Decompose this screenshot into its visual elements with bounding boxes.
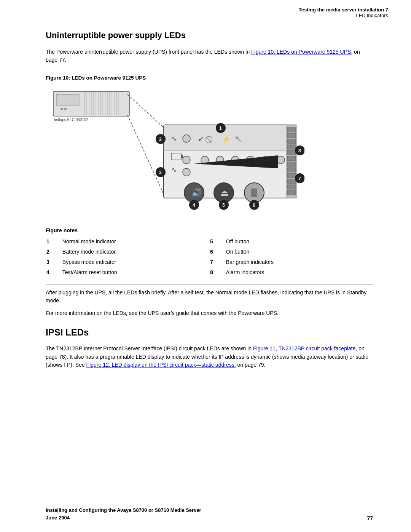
note-num-left: 2	[46, 247, 62, 257]
ipsi-para: The TN2312BP Internet Protocol Server In…	[46, 345, 373, 369]
svg-rect-47	[287, 145, 296, 149]
svg-text:1: 1	[219, 126, 222, 131]
figure-notes-title: Figure notes	[46, 227, 373, 233]
svg-rect-55	[287, 190, 296, 195]
svg-point-18	[61, 108, 63, 110]
svg-rect-49	[287, 156, 296, 161]
note-num-right: 5	[209, 236, 225, 247]
section1-intro-para: The Powerware uninterruptible power supp…	[46, 48, 373, 64]
svg-point-42	[183, 168, 190, 176]
ipsi-heading: IPSI LEDs	[46, 327, 373, 338]
notes-table: 1Normal mode indicator5Off button2Batter…	[46, 236, 373, 278]
svg-rect-45	[287, 133, 296, 138]
header-subtitle: LED indicators	[299, 13, 388, 18]
section1-heading: Uninterruptible power supply LEDs	[46, 30, 373, 40]
svg-point-33	[183, 156, 190, 164]
footer-line1: Installing and Configuring the Avaya S87…	[46, 506, 201, 514]
notes-table-row: 3Bypass mode indicator7Bar graph indicat…	[46, 257, 373, 267]
svg-rect-48	[287, 150, 296, 155]
svg-text:5: 5	[222, 203, 225, 208]
svg-point-39	[277, 156, 285, 164]
svg-line-20	[127, 94, 164, 128]
after-para1: After plugging in the UPS, all the LEDs …	[46, 289, 373, 305]
footer-line2: June 2004	[46, 514, 201, 522]
note-label-left: Bypass mode indicator	[62, 257, 209, 267]
svg-text:⏏: ⏏	[220, 188, 229, 198]
note-num-left: 3	[46, 257, 62, 267]
ups-diagram-wrapper: ledlups KLC 030102 ∿ ✓	[46, 84, 373, 222]
svg-text:∿: ∿	[171, 166, 177, 174]
note-label-left: Test/Alarm reset button	[62, 267, 209, 278]
svg-rect-44	[287, 128, 296, 132]
svg-rect-61	[251, 189, 257, 197]
svg-text:2: 2	[159, 137, 162, 142]
main-content: Uninterruptible power supply LEDs The Po…	[0, 0, 411, 398]
svg-point-26	[183, 135, 190, 142]
header-title: Testing the media server installation 7	[299, 7, 388, 13]
svg-rect-53	[287, 179, 296, 184]
note-num-left: 1	[46, 236, 62, 247]
svg-text:∿: ∿	[171, 135, 177, 142]
svg-point-19	[64, 108, 67, 110]
svg-rect-52	[287, 173, 296, 178]
figure11-link[interactable]: Figure 11, TN2312BP circuit pack facepla…	[253, 345, 357, 351]
svg-rect-50	[287, 162, 296, 166]
svg-rect-32	[181, 155, 183, 158]
figure10-link[interactable]: Figure 10, LEDs on Powerware 9125 UPS,	[251, 49, 352, 55]
note-label-right: On button	[225, 247, 373, 257]
notes-table-row: 2Battery mode indicator6On button	[46, 247, 373, 257]
svg-text:6: 6	[253, 203, 255, 208]
svg-text:3: 3	[159, 170, 162, 175]
device-label-text: ledlups KLC 030102	[54, 118, 89, 122]
figure10-container: Figure 10: LEDs on Powerware 9125 UPS	[46, 75, 373, 278]
footer-page-number: 77	[367, 515, 373, 521]
svg-text:🔊: 🔊	[191, 187, 202, 198]
note-label-left: Battery mode indicator	[62, 247, 209, 257]
figure-notes: Figure notes 1Normal mode indicator5Off …	[46, 227, 373, 278]
svg-line-21	[127, 115, 164, 194]
note-num-right: 7	[209, 257, 225, 267]
notes-table-row: 4Test/Alarm reset button8Alarm indicator…	[46, 267, 373, 278]
note-num-left: 4	[46, 267, 62, 278]
svg-text:7: 7	[298, 176, 301, 181]
ipsi-text-start: The TN2312BP Internet Protocol Server In…	[46, 345, 253, 351]
svg-text:⚡: ⚡	[222, 135, 231, 144]
figure10-caption: Figure 10: LEDs on Powerware 9125 UPS	[46, 75, 373, 81]
figure12-link[interactable]: Figure 12, LED display on the IPSI circu…	[86, 362, 236, 368]
note-num-right: 6	[209, 247, 225, 257]
page-header: Testing the media server installation 7 …	[299, 7, 388, 18]
intro-text: The Powerware uninterruptible power supp…	[46, 49, 251, 55]
footer-left: Installing and Configuring the Avaya S87…	[46, 506, 201, 521]
svg-rect-54	[287, 185, 296, 189]
notes-table-row: 1Normal mode indicator5Off button	[46, 236, 373, 247]
section-divider	[46, 71, 373, 71]
note-label-right: Off button	[225, 236, 373, 247]
ipsi-text-end: on page 79.	[236, 362, 266, 368]
svg-rect-1	[56, 94, 79, 106]
svg-text:4: 4	[193, 203, 195, 208]
after-para2: For more information on the LEDs, see th…	[46, 309, 373, 317]
svg-text:✓: ✓	[198, 135, 204, 143]
note-label-right: Bar graph indicators	[225, 257, 373, 267]
svg-text:🔧: 🔧	[234, 135, 242, 142]
note-label-right: Alarm indicators	[225, 267, 373, 278]
ups-diagram-svg: ledlups KLC 030102 ∿ ✓	[46, 84, 304, 221]
page-footer: Installing and Configuring the Avaya S87…	[0, 506, 411, 521]
page-container: Testing the media server installation 7 …	[0, 0, 411, 532]
note-num-right: 8	[209, 267, 225, 278]
svg-rect-51	[287, 168, 296, 172]
svg-rect-46	[287, 139, 296, 144]
note-label-left: Normal mode indicator	[62, 236, 209, 247]
svg-text:8: 8	[298, 148, 301, 153]
section1-end-divider	[46, 284, 373, 285]
